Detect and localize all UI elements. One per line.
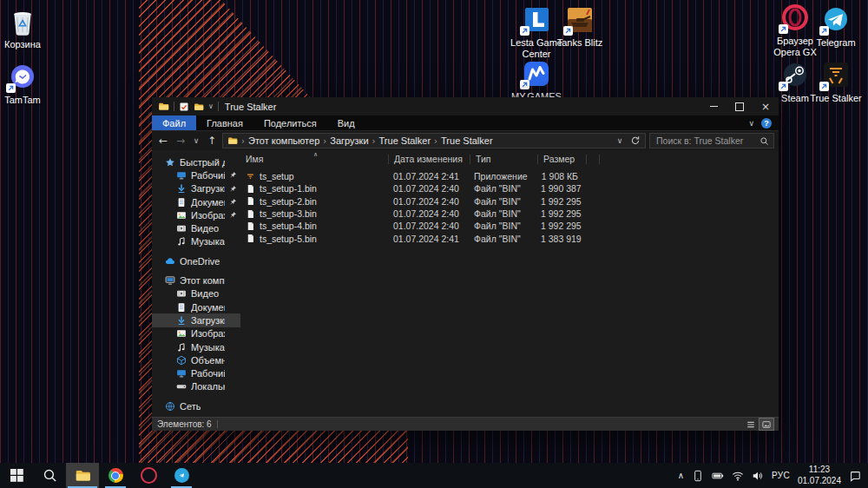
desktop-icon-mygames[interactable]: MY.GAMES — [509, 59, 564, 102]
column-header-size[interactable]: Размер — [538, 155, 587, 164]
language-indicator[interactable]: РУС — [772, 471, 790, 480]
start-button[interactable] — [0, 463, 33, 488]
properties-button[interactable] — [179, 102, 189, 112]
sidebar-item[interactable]: Изображения — [152, 208, 240, 221]
tab-home[interactable]: Главная — [196, 115, 253, 130]
recent-locations-icon[interactable]: ∨ — [191, 136, 201, 145]
your-phone-icon[interactable] — [692, 470, 704, 482]
address-bar[interactable]: › Этот компьютер › Загрузки › True Stalk… — [222, 133, 646, 148]
sidebar-item[interactable]: Видео — [152, 287, 240, 300]
notification-center-icon[interactable] — [849, 470, 861, 482]
explorer-window: ∨ True Stalker × Файл Главная Поделиться… — [152, 97, 779, 431]
breadcrumb-item[interactable]: Этот компьютер — [248, 135, 319, 146]
breadcrumb-item[interactable]: True Stalker — [379, 135, 431, 146]
sidebar-item[interactable]: Документы — [152, 300, 240, 313]
taskbar-file-explorer[interactable] — [66, 463, 99, 488]
sidebar-item-icon — [176, 355, 187, 366]
file-row[interactable]: ts_setup-3.bin 01.07.2024 2:40 Файл "BIN… — [240, 208, 779, 220]
file-row[interactable]: ts_setup-2.bin 01.07.2024 2:40 Файл "BIN… — [240, 195, 779, 208]
desktop-icon-recycle-bin[interactable]: Корзина — [0, 7, 50, 50]
tab-view[interactable]: Вид — [327, 115, 365, 130]
sidebar-item[interactable]: Видео — [152, 221, 240, 234]
taskbar-chrome[interactable] — [99, 463, 132, 488]
column-header-type[interactable]: Тип — [470, 155, 538, 164]
tanks-blitz-icon — [565, 5, 595, 35]
battery-icon[interactable] — [712, 470, 724, 482]
close-button[interactable]: × — [753, 97, 779, 115]
sidebar-item[interactable]: Сеть — [152, 399, 240, 412]
file-row[interactable]: ts_setup-4.bin 01.07.2024 2:40 Файл "BIN… — [240, 220, 779, 232]
volume-icon[interactable] — [752, 470, 764, 482]
clock[interactable]: 11:23 01.07.2024 — [798, 465, 841, 486]
sidebar-item-label: Локальный диск (C:) — [191, 381, 225, 392]
sidebar-item[interactable]: Этот компьютер — [152, 274, 240, 287]
breadcrumb-item[interactable]: True Stalker — [441, 135, 493, 146]
file-name-cell: ts_setup-4.bin — [240, 221, 388, 231]
desktop-icon-telegram[interactable]: Telegram — [808, 5, 864, 49]
file-size: 1 908 КБ — [536, 171, 583, 181]
sidebar-item-icon — [176, 210, 187, 221]
column-header-blank — [587, 155, 600, 164]
sidebar-item[interactable]: Рабочий стол — [152, 168, 240, 181]
help-icon[interactable]: ? — [761, 118, 772, 129]
tab-share[interactable]: Поделиться — [253, 115, 327, 130]
column-header-date[interactable]: Дата изменения — [389, 155, 470, 164]
search-input[interactable] — [654, 135, 756, 147]
file-type: Файл "BIN" — [469, 221, 536, 231]
ribbon-collapse-icon[interactable]: ∨ — [748, 119, 754, 128]
sidebar-item[interactable]: Быстрый доступ — [152, 155, 240, 168]
title-bar[interactable]: ∨ True Stalker × — [152, 97, 779, 115]
thumbnail-view-button[interactable] — [760, 419, 773, 430]
desktop-icon-tanks-blitz[interactable]: Tanks Blitz — [552, 5, 608, 49]
new-folder-button[interactable] — [194, 102, 204, 112]
telegram-icon — [174, 468, 189, 483]
forward-button[interactable]: → — [174, 135, 187, 147]
sidebar-item[interactable]: OneDrive — [152, 254, 240, 267]
file-type: Файл "BIN" — [469, 196, 536, 207]
breadcrumb-separator-icon: › — [323, 136, 326, 146]
desktop-icon-tamtam[interactable]: TamTam — [0, 63, 50, 106]
qat-dropdown-icon[interactable]: ∨ — [208, 102, 214, 110]
sidebar-item[interactable]: Изображения — [152, 327, 240, 340]
refresh-icon[interactable] — [630, 135, 641, 146]
sidebar-item[interactable]: Загрузки — [152, 182, 240, 195]
file-type-icon — [246, 221, 255, 231]
sidebar-item-icon — [176, 381, 187, 392]
sidebar-item[interactable]: Документы — [152, 195, 240, 208]
sidebar-item[interactable]: Локальный диск (C:) — [152, 380, 240, 393]
sidebar-item-icon — [176, 302, 187, 313]
sidebar-item-label: Документы — [191, 302, 225, 313]
navigation-pane: Быстрый доступ Рабочий стол Загрузки — [152, 150, 240, 417]
wifi-icon[interactable] — [732, 470, 744, 482]
search-box[interactable] — [649, 133, 774, 148]
sidebar-item-label: Рабочий стол — [191, 170, 225, 181]
tab-file[interactable]: Файл — [152, 115, 196, 130]
file-row[interactable]: ts_setup 01.07.2024 2:41 Приложение 1 90… — [240, 170, 779, 182]
up-button[interactable]: ↑ — [205, 135, 219, 147]
minimize-button[interactable] — [700, 97, 727, 115]
sidebar-item[interactable]: Загрузки — [152, 313, 240, 326]
shortcut-arrow-icon — [563, 26, 573, 36]
back-button[interactable]: ← — [156, 135, 170, 147]
details-view-button[interactable] — [744, 419, 758, 430]
sidebar-item[interactable]: Объемные объекты — [152, 353, 240, 366]
ribbon-tabs: Файл Главная Поделиться Вид ∨ ? — [152, 115, 779, 131]
maximize-button[interactable] — [727, 97, 753, 115]
sidebar-item-icon — [176, 183, 187, 194]
sidebar-item-label: Музыка — [191, 342, 225, 353]
taskbar-opera-gx[interactable] — [132, 463, 165, 488]
taskbar-telegram[interactable] — [165, 463, 198, 488]
sidebar-item[interactable]: Рабочий стол — [152, 366, 240, 379]
sidebar-item-label: Изображения — [191, 210, 225, 221]
sidebar-item[interactable]: Музыка — [152, 235, 240, 248]
sidebar-item-label: Сеть — [180, 401, 201, 412]
sidebar-item[interactable]: Музыка — [152, 340, 240, 353]
desktop-icon-true-stalker[interactable]: True Stalker — [808, 61, 864, 104]
search-icon[interactable] — [760, 136, 769, 146]
address-dropdown-icon[interactable]: ∨ — [615, 136, 625, 145]
taskbar-search-button[interactable] — [33, 463, 66, 488]
breadcrumb-item[interactable]: Загрузки — [330, 135, 368, 146]
file-row[interactable]: ts_setup-1.bin 01.07.2024 2:40 Файл "BIN… — [240, 182, 779, 195]
file-row[interactable]: ts_setup-5.bin 01.07.2024 2:41 Файл "BIN… — [240, 232, 779, 244]
tray-chevron-up-icon[interactable]: ∧ — [678, 471, 684, 480]
